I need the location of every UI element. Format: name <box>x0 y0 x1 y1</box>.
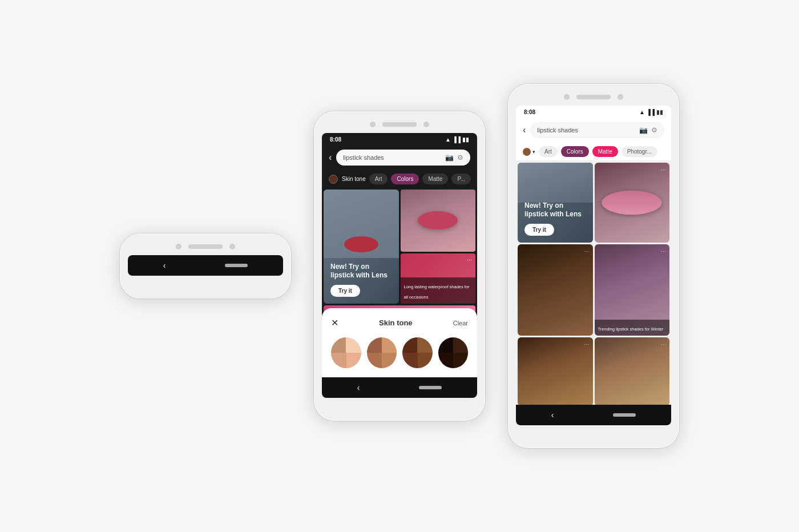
dots-2[interactable]: ··· <box>467 256 472 263</box>
skin-tone-darkest[interactable] <box>438 337 469 368</box>
phone-1-screen: ‹ 🔍 SEARCH Ache <box>128 255 283 276</box>
status-time-3: 8:08 <box>524 109 535 115</box>
trending-text-3: Trending lipstick shades for Winter <box>598 327 664 332</box>
chip-art-2[interactable]: Art <box>369 174 388 184</box>
nav-back-3[interactable]: ‹ <box>551 410 554 420</box>
nav-home-2[interactable] <box>419 386 442 389</box>
decorative-lips <box>344 236 378 252</box>
front-camera-3 <box>564 94 570 100</box>
phone-2: 8:08 ▲ ▐▐ ▮▮ ‹ lipstick shades 📷 ⚙ <box>314 111 485 421</box>
search-input-icons-2: 📷 ⚙ <box>445 154 463 162</box>
results-grid-3: New! Try on lipstick with Lens Try it ··… <box>516 161 671 405</box>
battery-icon-3: ▮▮ <box>656 109 663 115</box>
search-input-2[interactable]: lipstick shades 📷 ⚙ <box>336 150 470 166</box>
phone-1: ‹ 🔍 SEARCH Ache <box>120 233 291 299</box>
img-caption-2: Long lasting waterproof shades for all o… <box>401 277 476 304</box>
skin-dot-3 <box>523 148 531 156</box>
filter-icon-3[interactable]: ⚙ <box>651 126 657 134</box>
status-icons-2: ▲ ▐▐ ▮▮ <box>445 136 469 143</box>
try-lens-title-3: New! Try on lipstick with Lens <box>524 201 586 219</box>
phone-2-bottom <box>322 404 477 410</box>
wifi-icon-3: ▲ <box>639 109 645 115</box>
dots-br-3[interactable]: ··· <box>661 341 666 348</box>
camera-search-icon-3[interactable]: 📷 <box>639 126 648 134</box>
phone-3-inner: 8:08 ▲ ▐▐ ▮▮ ‹ lipstick shades 📷 ⚙ <box>516 106 671 425</box>
modal-clear-btn[interactable]: Clear <box>453 320 468 327</box>
skin-dropdown-3[interactable]: ▾ <box>523 148 535 156</box>
chip-art-3[interactable]: Art <box>539 146 558 157</box>
phone-3: 8:08 ▲ ▐▐ ▮▮ ‹ lipstick shades 📷 ⚙ <box>508 84 679 448</box>
skin-tone-dark[interactable] <box>402 337 433 368</box>
phone-1-top-bar <box>128 244 283 249</box>
chip-matte-2[interactable]: Matte <box>422 174 448 184</box>
chip-photog-3[interactable]: Photogr... <box>622 146 657 157</box>
nav-back-2[interactable]: ‹ <box>357 383 360 392</box>
lips-caption-card: Long lasting waterproof shades for all o… <box>401 253 476 304</box>
wifi-icon-2: ▲ <box>445 136 451 143</box>
trending-card-3: Trending lipstick shades for Winter ··· <box>595 244 670 336</box>
nav-back-arrow[interactable]: ‹ <box>163 261 166 270</box>
lips-closeup-2 <box>401 190 476 252</box>
dropdown-arrow-3: ▾ <box>532 149 535 155</box>
search-back-3[interactable]: ‹ <box>523 125 526 135</box>
filter-chips-2: Skin tone Art Colors Matte P... <box>322 170 477 188</box>
modal-title: Skin tone <box>379 319 413 327</box>
status-bar-3: 8:08 ▲ ▐▐ ▮▮ <box>516 106 671 118</box>
lens-bg-3 <box>518 163 593 203</box>
phone-3-top-bar <box>516 94 671 100</box>
phone-3-nav: ‹ <box>516 405 671 425</box>
battery-icon-2: ▮▮ <box>462 136 469 143</box>
phone-3-screen: 8:08 ▲ ▐▐ ▮▮ ‹ lipstick shades 📷 ⚙ <box>516 106 671 425</box>
dots-r-3[interactable]: ··· <box>661 166 666 173</box>
search-input-icons-3: 📷 ⚙ <box>639 126 657 134</box>
try-it-button-3[interactable]: Try it <box>524 224 554 236</box>
skin-tone-modal: ✕ Skin tone Clear <box>322 308 477 377</box>
front-camera <box>176 244 181 249</box>
search-back-2[interactable]: ‹ <box>329 152 332 163</box>
chip-p-2[interactable]: P... <box>451 174 471 184</box>
search-area-2: ‹ lipstick shades 📷 ⚙ <box>322 145 477 170</box>
filter-icon[interactable]: ⚙ <box>457 154 463 162</box>
try-lens-card-2: New! Try on lipstick with Lens Try it <box>324 190 399 304</box>
front-camera-2 <box>370 122 376 127</box>
skin-tone-chip-2[interactable]: Skin tone <box>329 175 366 184</box>
lips-closeup-3: ··· <box>595 163 670 243</box>
phone-2-nav: ‹ <box>322 377 477 398</box>
nav-home[interactable] <box>225 264 248 267</box>
chip-matte-3[interactable]: Matte <box>592 146 618 157</box>
speaker-2 <box>382 122 417 127</box>
phones-container: ‹ 🔍 SEARCH Ache <box>97 50 702 482</box>
camera-search-icon[interactable]: 📷 <box>445 154 454 162</box>
filter-chips-3: ▾ Art Colors Matte Photogr... <box>516 143 671 161</box>
search-input-3[interactable]: lipstick shades 📷 ⚙ <box>530 122 664 138</box>
try-it-button-2[interactable]: Try it <box>330 285 360 297</box>
try-lens-title-2: New! Try on lipstick with Lens <box>330 263 392 280</box>
signal-icon-3: ▐▐ <box>647 109 655 115</box>
phone-1-nav: ‹ <box>128 255 283 276</box>
skin-tone-medium[interactable] <box>367 337 397 368</box>
search-area-3: ‹ lipstick shades 📷 ⚙ <box>516 118 671 143</box>
modal-header: ✕ Skin tone Clear <box>331 317 468 328</box>
dots-tr-3[interactable]: ··· <box>661 248 666 255</box>
phone-2-inner: 8:08 ▲ ▐▐ ▮▮ ‹ lipstick shades 📷 ⚙ <box>322 133 477 398</box>
copper-face-3: ··· <box>518 244 593 336</box>
try-lens-card-3: New! Try on lipstick with Lens Try it <box>518 163 593 243</box>
status-time-2: 8:08 <box>330 136 341 143</box>
front-sensor-3 <box>618 94 623 100</box>
phone-1-bottom <box>128 281 283 288</box>
front-sensor-2 <box>423 122 429 127</box>
phone-2-top-bar <box>322 122 477 127</box>
modal-close-btn[interactable]: ✕ <box>331 317 338 328</box>
phone-2-screen: 8:08 ▲ ▐▐ ▮▮ ‹ lipstick shades 📷 ⚙ <box>322 133 477 398</box>
dots-bl-3[interactable]: ··· <box>584 341 589 348</box>
skin-tone-light[interactable] <box>331 337 361 368</box>
nav-home-3[interactable] <box>613 413 636 417</box>
chip-colors-3[interactable]: Colors <box>561 146 589 157</box>
skin-tone-options <box>331 337 468 368</box>
dots-l-3[interactable]: ··· <box>584 248 589 255</box>
skin-tone-dot-2 <box>329 175 338 184</box>
speaker-3 <box>576 95 611 99</box>
lips-shape-2 <box>418 211 458 229</box>
chip-colors-2[interactable]: Colors <box>391 174 419 184</box>
skin-tone-label-2: Skin tone <box>342 176 366 182</box>
